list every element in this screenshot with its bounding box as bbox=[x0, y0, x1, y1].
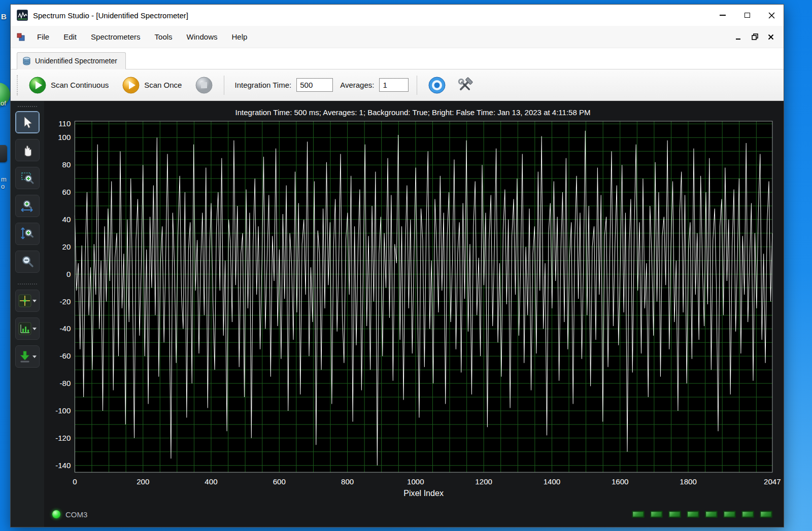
pointer-tool-button[interactable] bbox=[15, 111, 40, 133]
child-close-icon bbox=[768, 34, 774, 40]
stop-icon bbox=[195, 76, 213, 94]
settings-tools-button[interactable] bbox=[454, 74, 476, 96]
background-capture-button[interactable] bbox=[425, 74, 449, 97]
stop-scan-button[interactable] bbox=[192, 74, 216, 97]
connection-led-icon bbox=[52, 510, 60, 518]
menu-tools[interactable]: Tools bbox=[148, 29, 180, 44]
svg-text:2047: 2047 bbox=[764, 477, 781, 486]
scan-once-icon bbox=[122, 76, 140, 94]
tab-unidentified-spectrometer[interactable]: Unidentified Spectrometer bbox=[17, 52, 126, 69]
svg-text:800: 800 bbox=[341, 477, 354, 486]
close-icon bbox=[768, 12, 775, 19]
zoom-horizontal-icon bbox=[20, 199, 35, 213]
integration-time-input[interactable] bbox=[296, 78, 333, 92]
cursor-options-button[interactable] bbox=[15, 290, 40, 312]
status-led bbox=[650, 511, 663, 518]
child-close-button[interactable] bbox=[765, 32, 776, 42]
tab-label: Unidentified Spectrometer bbox=[35, 57, 117, 65]
averages-input[interactable] bbox=[379, 78, 409, 92]
svg-text:-140: -140 bbox=[55, 461, 71, 470]
status-led-strip bbox=[632, 511, 772, 518]
svg-text:1800: 1800 bbox=[680, 477, 697, 486]
document-tab-strip: Unidentified Spectrometer bbox=[11, 48, 784, 69]
zoom-vertical-icon bbox=[20, 227, 35, 241]
toolstrip-grip[interactable] bbox=[18, 106, 37, 107]
menu-edit[interactable]: Edit bbox=[56, 29, 84, 44]
scan-once-button[interactable]: Scan Once bbox=[119, 74, 187, 97]
status-led bbox=[723, 511, 736, 518]
pan-tool-button[interactable] bbox=[15, 139, 40, 161]
svg-text:60: 60 bbox=[62, 188, 71, 196]
svg-text:600: 600 bbox=[273, 477, 286, 486]
scan-toolbar: Scan Continuous Scan Once Integration Ti… bbox=[11, 69, 784, 101]
svg-text:Pixel Index: Pixel Index bbox=[403, 488, 444, 498]
svg-text:110: 110 bbox=[58, 119, 71, 128]
plot-area[interactable]: 110100806040200-20-40-60-80-100-120-1400… bbox=[44, 118, 782, 502]
spectrometer-tab-icon bbox=[22, 57, 31, 65]
child-restore-icon bbox=[752, 33, 758, 40]
title-bar[interactable]: Spectrum Studio - [Unidentified Spectrom… bbox=[11, 5, 784, 26]
zoom-box-icon bbox=[20, 171, 35, 185]
svg-text:80: 80 bbox=[62, 160, 71, 169]
svg-text:100: 100 bbox=[58, 133, 71, 141]
pointer-icon bbox=[20, 115, 35, 129]
child-minimize-icon bbox=[735, 34, 741, 40]
menu-spectrometers[interactable]: Spectrometers bbox=[84, 29, 148, 44]
mdi-window-controls bbox=[733, 32, 776, 42]
app-window: Spectrum Studio - [Unidentified Spectrom… bbox=[10, 4, 784, 527]
zoom-vertical-tool-button[interactable] bbox=[15, 223, 40, 245]
maximize-button[interactable] bbox=[735, 5, 759, 26]
svg-text:-40: -40 bbox=[60, 324, 71, 333]
toolstrip-separator bbox=[18, 284, 37, 285]
target-icon bbox=[428, 76, 446, 94]
zoom-out-tool-button[interactable] bbox=[15, 251, 40, 273]
tools-icon bbox=[456, 77, 473, 94]
desktop-icon-fragment: m bbox=[1, 175, 7, 183]
toolbar-separator bbox=[224, 76, 224, 95]
child-restore-button[interactable] bbox=[749, 32, 760, 42]
window-title: Spectrum Studio - [Unidentified Spectrom… bbox=[33, 11, 188, 20]
svg-text:0: 0 bbox=[73, 477, 77, 486]
menu-file[interactable]: File bbox=[30, 29, 56, 44]
status-led bbox=[760, 511, 772, 518]
chart-tool-strip bbox=[11, 101, 44, 527]
svg-text:-120: -120 bbox=[55, 434, 71, 442]
close-button[interactable] bbox=[759, 5, 784, 26]
dropdown-caret-icon bbox=[32, 356, 37, 358]
minimize-button[interactable] bbox=[710, 5, 735, 26]
app-icon bbox=[17, 10, 28, 21]
save-export-icon bbox=[18, 350, 31, 363]
svg-text:1600: 1600 bbox=[612, 477, 629, 486]
export-save-button[interactable] bbox=[15, 345, 40, 368]
child-minimize-button[interactable] bbox=[733, 32, 744, 42]
scan-continuous-label: Scan Continuous bbox=[51, 81, 109, 89]
svg-text:-100: -100 bbox=[55, 406, 71, 415]
toolbar-grip[interactable] bbox=[17, 75, 20, 95]
svg-text:40: 40 bbox=[62, 215, 71, 224]
svg-text:-20: -20 bbox=[60, 297, 71, 306]
svg-text:-80: -80 bbox=[60, 379, 71, 387]
scan-continuous-button[interactable]: Scan Continuous bbox=[26, 74, 114, 97]
status-led bbox=[705, 511, 718, 518]
integration-time-label: Integration Time: bbox=[234, 81, 291, 89]
svg-text:0: 0 bbox=[66, 270, 71, 278]
spectrum-plot[interactable]: 110100806040200-20-40-60-80-100-120-1400… bbox=[44, 118, 782, 502]
menu-bar: File Edit Spectrometers Tools Windows He… bbox=[11, 26, 784, 48]
svg-text:20: 20 bbox=[62, 242, 71, 251]
menu-windows[interactable]: Windows bbox=[180, 29, 225, 44]
zoom-box-tool-button[interactable] bbox=[15, 167, 40, 189]
zoom-horizontal-tool-button[interactable] bbox=[15, 195, 40, 217]
com-port-label: COM3 bbox=[65, 510, 87, 519]
chart-region: Integration Time: 500 ms; Averages: 1; B… bbox=[44, 101, 784, 527]
toolbar-separator bbox=[417, 76, 417, 95]
menu-help[interactable]: Help bbox=[224, 29, 254, 44]
hand-pan-icon bbox=[20, 143, 35, 157]
svg-text:-60: -60 bbox=[60, 351, 71, 360]
status-led bbox=[741, 511, 754, 518]
status-led bbox=[668, 511, 681, 518]
dropdown-caret-icon bbox=[32, 328, 37, 330]
status-led bbox=[632, 511, 645, 518]
maximize-icon bbox=[745, 13, 750, 18]
scale-options-button[interactable] bbox=[15, 317, 40, 340]
status-led bbox=[687, 511, 699, 518]
